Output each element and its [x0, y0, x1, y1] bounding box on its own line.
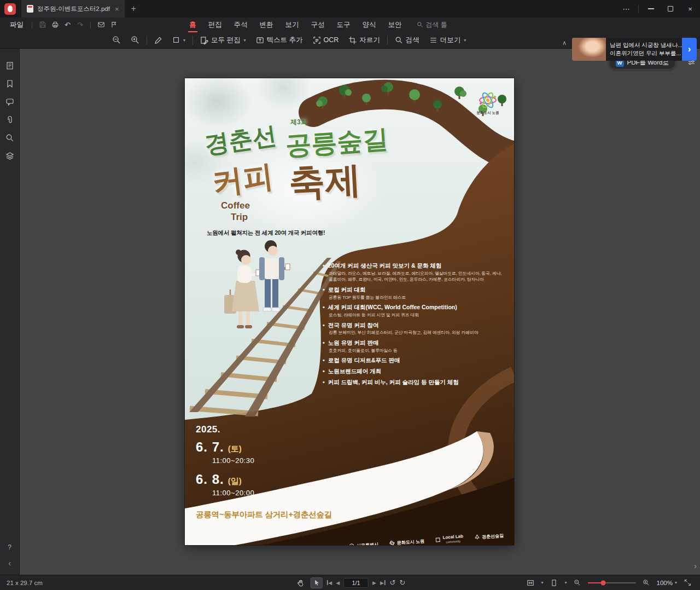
redo-button[interactable]: ↷	[74, 19, 86, 30]
tab-convert[interactable]: 변환	[254, 18, 279, 32]
zoom-level-select[interactable]: 100% ▾	[657, 580, 677, 586]
tab-view[interactable]: 보기	[279, 18, 305, 32]
help-icon[interactable]: ?	[0, 538, 20, 556]
chevron-down-icon: ▾	[464, 38, 466, 43]
event-time: 11:00~20:00	[212, 489, 254, 497]
tab-organize[interactable]: 구성	[305, 18, 331, 32]
list-item: 로컬 커피 대회 공릉동 TOP 원두를 뽑는 블라인드 테스트	[323, 286, 506, 300]
chevron-down-icon[interactable]: ▾	[541, 580, 544, 585]
tab-security[interactable]: 보안	[382, 18, 408, 32]
tab-close-icon[interactable]: ×	[115, 5, 119, 13]
program-list: 20여개 커피 생산국 커피 맛보기 & 문화 체험 과테말라, 라오스, 베트…	[323, 262, 506, 389]
tab-title: 정주원-이벤트포스터2.pdf	[37, 5, 110, 13]
zoom-controls: ▾ ▾ 100% ▾	[524, 577, 693, 588]
list-item: 로컬 유명 디저트&푸드 판매	[323, 357, 506, 365]
poster-title-coffee: 커피	[210, 155, 276, 204]
chevron-down-icon: ▾	[183, 38, 185, 43]
next-page-button[interactable]: ▶	[372, 580, 376, 586]
app-logo-icon	[4, 3, 16, 15]
zoom-in-icon[interactable]	[640, 577, 652, 588]
panel-collapse-icon[interactable]: ‹	[0, 556, 20, 570]
new-tab-button[interactable]: +	[131, 4, 136, 14]
rotate-right-icon[interactable]: ↻	[399, 579, 405, 587]
hand-tool-icon[interactable]	[295, 577, 307, 588]
select-tool-icon[interactable]	[311, 577, 323, 588]
search-panel-icon[interactable]	[0, 129, 20, 147]
tab-home[interactable]: 홈	[183, 18, 202, 32]
search-button[interactable]: 검색	[390, 33, 424, 47]
woman-figure	[224, 250, 260, 328]
undo-button[interactable]: ↶	[61, 19, 74, 30]
print-button[interactable]	[49, 19, 61, 30]
document-canvas[interactable]: W PDF를 Word로 ›	[20, 49, 700, 575]
file-menu[interactable]: 파일	[5, 20, 28, 30]
event-weekday: (토)	[228, 444, 242, 454]
layers-icon[interactable]	[0, 147, 20, 165]
zoom-in-tool[interactable]	[126, 33, 144, 47]
pdf-page-poster: 문화도시 노원 제3회 경춘선 공릉숲길 커피 축제 Coffee Trip 노…	[185, 78, 514, 545]
zoom-out-tool[interactable]	[107, 33, 126, 47]
rotate-left-icon[interactable]: ↺	[389, 579, 395, 587]
more-tools-button[interactable]: 더보기 ▾	[424, 33, 471, 47]
pen-tool[interactable]	[149, 33, 167, 47]
chevron-down-icon: ▾	[244, 38, 246, 43]
zoom-out-icon[interactable]	[571, 577, 584, 588]
bookmarks-icon[interactable]	[0, 74, 20, 92]
last-page-button[interactable]: ▶	[380, 580, 386, 586]
list-item: 전국 유명 커피 참여 강릉 보헤미안, 부산 히페로스터리, 군산 마곡창고,…	[323, 322, 506, 336]
mail-button[interactable]	[95, 19, 107, 30]
page-navigation: ◀ ◀ 1/1 ▶ ▶ ↺ ↻	[295, 575, 406, 590]
list-item: 20여개 커피 생산국 커피 맛보기 & 문화 체험 과테말라, 라오스, 베트…	[323, 262, 506, 283]
shape-tool[interactable]: ▾	[167, 33, 190, 47]
first-page-button[interactable]: ◀	[326, 580, 332, 586]
poster-edition-badge: 제3회	[290, 118, 307, 127]
comments-icon[interactable]	[0, 92, 20, 111]
tab-forms[interactable]: 양식	[357, 18, 382, 32]
ocr-button[interactable]: OCR	[308, 33, 344, 47]
city-logo-text: 문화도시 노원	[470, 111, 505, 115]
next-panel-icon[interactable]: ›	[694, 561, 697, 570]
list-item: 노원브랜드페어 개최	[323, 368, 506, 375]
tab-edit[interactable]: 편집	[202, 18, 228, 32]
flag-button[interactable]	[107, 19, 120, 30]
statusbar: 21 x 29.7 cm ◀ ◀ 1/1 ▶ ▶ ↺ ↻ ▾ ▾ 10	[0, 575, 700, 590]
save-button[interactable]	[36, 19, 49, 30]
minimize-button[interactable]	[641, 0, 661, 18]
fit-width-icon[interactable]	[524, 577, 536, 588]
workspace: ? ‹ W PDF를 Word로 ›	[0, 49, 700, 575]
tab-annotate[interactable]: 주석	[228, 18, 254, 32]
crop-button[interactable]: 자르기	[343, 33, 385, 47]
ad-open-button[interactable]: ›	[682, 38, 697, 61]
zoom-slider[interactable]	[588, 582, 636, 583]
fullscreen-icon[interactable]	[681, 577, 693, 588]
ad-banner[interactable]: 남편 입에서 시궁창 냄새나... 이혼위기였던 우리 부부를... ›	[572, 38, 697, 61]
event-year: 2025.	[196, 424, 254, 435]
page-indicator-input[interactable]: 1/1	[343, 578, 369, 588]
event-date: 6. 7.	[196, 439, 224, 455]
thumbnails-icon[interactable]	[0, 56, 20, 74]
previous-page-button[interactable]: ◀	[336, 580, 340, 586]
list-item: 커피 드립백, 커피 비누, 커피 슬라임 등 만들기 체험	[323, 379, 506, 386]
poster-title-festival: 축제	[288, 155, 363, 209]
event-time: 11:00~20:30	[212, 456, 254, 465]
edit-all-button[interactable]: 모두 편집 ▾	[195, 33, 251, 47]
city-logo: 문화도시 노원	[470, 91, 505, 115]
titlebar-divider	[638, 5, 639, 13]
ribbon-header: 파일 ↶ ↷ 홈 편집 주석 변환 보기 구성 도구 양식 보안	[0, 18, 700, 49]
close-window-button[interactable]: ×	[680, 0, 700, 18]
page-layout-icon[interactable]	[548, 577, 560, 588]
list-item: 노원 유명 커피 판매 호호커피, 호이폴로이, 블루마일스 등	[323, 339, 506, 354]
left-panel-sidebar: ? ‹	[0, 49, 20, 575]
attachments-icon[interactable]	[0, 111, 20, 129]
search-tool-button[interactable]: 검색 툴	[417, 20, 447, 30]
maximize-button[interactable]	[661, 0, 680, 18]
chevron-down-icon[interactable]: ▾	[565, 580, 567, 585]
event-date: 6. 8.	[196, 472, 224, 487]
tab-tools[interactable]: 도구	[331, 18, 357, 32]
document-tab[interactable]: 정주원-이벤트포스터2.pdf ×	[21, 0, 125, 18]
collapse-ribbon-button[interactable]: ∧	[562, 39, 567, 47]
titlebar-more-button[interactable]: ⋯	[616, 0, 636, 18]
event-location: 공릉역~동부아파트 삼거리+경춘선숲길	[196, 510, 332, 520]
add-text-button[interactable]: 텍스트 추가	[251, 33, 308, 47]
list-item: 세계 커피 대회(WCC, World Coffee Competition) …	[323, 304, 506, 318]
